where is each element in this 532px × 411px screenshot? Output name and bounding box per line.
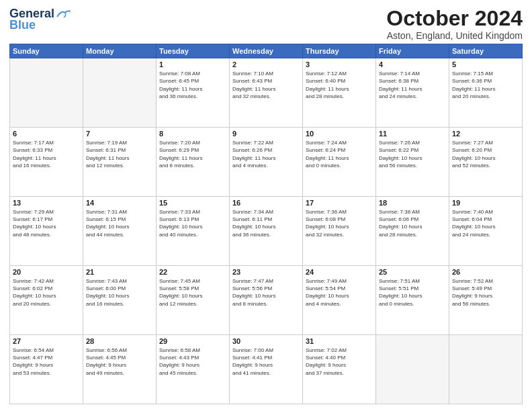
- day-info: Sunrise: 7:22 AM Sunset: 6:26 PM Dayligh…: [232, 139, 300, 169]
- day-info: Sunrise: 7:36 AM Sunset: 6:08 PM Dayligh…: [306, 208, 373, 238]
- day-info: Sunrise: 7:17 AM Sunset: 6:33 PM Dayligh…: [13, 139, 80, 169]
- calendar-cell: 25Sunrise: 7:51 AM Sunset: 5:51 PM Dayli…: [376, 266, 449, 335]
- day-info: Sunrise: 7:33 AM Sunset: 6:13 PM Dayligh…: [159, 208, 226, 238]
- calendar-cell: 7Sunrise: 7:19 AM Sunset: 6:31 PM Daylig…: [83, 128, 157, 197]
- week-row-5: 27Sunrise: 6:54 AM Sunset: 4:47 PM Dayli…: [10, 335, 523, 404]
- calendar-cell: 10Sunrise: 7:24 AM Sunset: 6:24 PM Dayli…: [303, 128, 376, 197]
- day-info: Sunrise: 7:52 AM Sunset: 5:49 PM Dayligh…: [452, 277, 519, 308]
- day-header-saturday: Saturday: [449, 44, 523, 58]
- day-info: Sunrise: 7:14 AM Sunset: 6:38 PM Dayligh…: [379, 70, 446, 100]
- day-number: 10: [306, 130, 373, 138]
- day-info: Sunrise: 7:42 AM Sunset: 6:02 PM Dayligh…: [13, 277, 80, 308]
- day-info: Sunrise: 6:54 AM Sunset: 4:47 PM Dayligh…: [13, 347, 80, 377]
- calendar-cell: 21Sunrise: 7:43 AM Sunset: 6:00 PM Dayli…: [83, 266, 157, 335]
- calendar-header-row: SundayMondayTuesdayWednesdayThursdayFrid…: [10, 44, 523, 58]
- calendar-cell: 12Sunrise: 7:27 AM Sunset: 6:20 PM Dayli…: [449, 128, 523, 197]
- day-info: Sunrise: 7:24 AM Sunset: 6:24 PM Dayligh…: [306, 139, 373, 169]
- day-number: 17: [306, 199, 373, 207]
- day-number: 11: [379, 130, 446, 138]
- day-info: Sunrise: 7:29 AM Sunset: 6:17 PM Dayligh…: [13, 208, 80, 238]
- calendar-cell: [449, 335, 523, 404]
- day-info: Sunrise: 7:19 AM Sunset: 6:31 PM Dayligh…: [86, 139, 153, 169]
- calendar-cell: 20Sunrise: 7:42 AM Sunset: 6:02 PM Dayli…: [10, 266, 83, 335]
- day-info: Sunrise: 7:00 AM Sunset: 4:41 PM Dayligh…: [232, 347, 300, 377]
- day-number: 13: [13, 199, 80, 207]
- title-block: October 2024 Aston, England, United King…: [386, 7, 523, 41]
- day-info: Sunrise: 7:38 AM Sunset: 6:06 PM Dayligh…: [379, 208, 446, 238]
- day-number: 1: [159, 60, 226, 68]
- day-info: Sunrise: 7:43 AM Sunset: 6:00 PM Dayligh…: [86, 277, 153, 308]
- calendar-cell: [376, 335, 449, 404]
- week-row-4: 20Sunrise: 7:42 AM Sunset: 6:02 PM Dayli…: [10, 266, 523, 335]
- calendar-cell: 16Sunrise: 7:34 AM Sunset: 6:11 PM Dayli…: [230, 197, 303, 266]
- calendar-cell: 9Sunrise: 7:22 AM Sunset: 6:26 PM Daylig…: [230, 128, 303, 197]
- calendar-cell: 5Sunrise: 7:15 AM Sunset: 6:36 PM Daylig…: [449, 58, 523, 128]
- calendar-cell: [83, 58, 157, 128]
- calendar-cell: 2Sunrise: 7:10 AM Sunset: 6:43 PM Daylig…: [230, 58, 303, 128]
- calendar-cell: 17Sunrise: 7:36 AM Sunset: 6:08 PM Dayli…: [303, 197, 376, 266]
- calendar-cell: [10, 58, 83, 128]
- day-info: Sunrise: 7:12 AM Sunset: 6:40 PM Dayligh…: [306, 70, 373, 100]
- calendar-cell: 13Sunrise: 7:29 AM Sunset: 6:17 PM Dayli…: [10, 197, 83, 266]
- week-row-2: 6Sunrise: 7:17 AM Sunset: 6:33 PM Daylig…: [10, 128, 523, 197]
- calendar-cell: 8Sunrise: 7:20 AM Sunset: 6:29 PM Daylig…: [157, 128, 230, 197]
- day-number: 26: [452, 268, 519, 276]
- day-number: 27: [13, 337, 80, 345]
- day-info: Sunrise: 7:10 AM Sunset: 6:43 PM Dayligh…: [232, 70, 300, 100]
- day-number: 30: [232, 337, 300, 345]
- day-number: 24: [306, 268, 373, 276]
- calendar-cell: 14Sunrise: 7:31 AM Sunset: 6:15 PM Dayli…: [83, 197, 157, 266]
- day-info: Sunrise: 7:49 AM Sunset: 5:54 PM Dayligh…: [306, 277, 373, 308]
- header: General Blue October 2024 Aston, England…: [9, 7, 523, 41]
- day-number: 7: [86, 130, 153, 138]
- day-info: Sunrise: 7:47 AM Sunset: 5:56 PM Dayligh…: [232, 277, 300, 308]
- day-info: Sunrise: 7:02 AM Sunset: 4:40 PM Dayligh…: [306, 347, 373, 377]
- day-info: Sunrise: 6:56 AM Sunset: 4:45 PM Dayligh…: [86, 347, 153, 377]
- month-title: October 2024: [386, 7, 523, 30]
- day-number: 21: [86, 268, 153, 276]
- day-header-friday: Friday: [376, 44, 449, 58]
- week-row-3: 13Sunrise: 7:29 AM Sunset: 6:17 PM Dayli…: [10, 197, 523, 266]
- day-info: Sunrise: 7:08 AM Sunset: 6:45 PM Dayligh…: [159, 70, 226, 100]
- calendar-cell: 6Sunrise: 7:17 AM Sunset: 6:33 PM Daylig…: [10, 128, 83, 197]
- calendar-cell: 11Sunrise: 7:26 AM Sunset: 6:22 PM Dayli…: [376, 128, 449, 197]
- calendar-cell: 1Sunrise: 7:08 AM Sunset: 6:45 PM Daylig…: [157, 58, 230, 128]
- week-row-1: 1Sunrise: 7:08 AM Sunset: 6:45 PM Daylig…: [10, 58, 523, 128]
- calendar: SundayMondayTuesdayWednesdayThursdayFrid…: [9, 44, 523, 404]
- day-number: 31: [306, 337, 373, 345]
- day-number: 5: [452, 60, 519, 68]
- day-info: Sunrise: 7:51 AM Sunset: 5:51 PM Dayligh…: [379, 277, 446, 308]
- logo-bird-icon: [56, 9, 71, 19]
- day-info: Sunrise: 7:40 AM Sunset: 6:04 PM Dayligh…: [452, 208, 519, 238]
- day-number: 6: [13, 130, 80, 138]
- calendar-cell: 29Sunrise: 6:58 AM Sunset: 4:43 PM Dayli…: [157, 335, 230, 404]
- day-number: 15: [159, 199, 226, 207]
- calendar-cell: 24Sunrise: 7:49 AM Sunset: 5:54 PM Dayli…: [303, 266, 376, 335]
- day-info: Sunrise: 6:58 AM Sunset: 4:43 PM Dayligh…: [159, 347, 226, 377]
- calendar-cell: 22Sunrise: 7:45 AM Sunset: 5:58 PM Dayli…: [157, 266, 230, 335]
- day-header-wednesday: Wednesday: [230, 44, 303, 58]
- day-number: 25: [379, 268, 446, 276]
- day-number: 2: [232, 60, 300, 68]
- calendar-cell: 15Sunrise: 7:33 AM Sunset: 6:13 PM Dayli…: [157, 197, 230, 266]
- day-number: 14: [86, 199, 153, 207]
- day-number: 20: [13, 268, 80, 276]
- day-number: 29: [159, 337, 226, 345]
- calendar-cell: 28Sunrise: 6:56 AM Sunset: 4:45 PM Dayli…: [83, 335, 157, 404]
- calendar-cell: 3Sunrise: 7:12 AM Sunset: 6:40 PM Daylig…: [303, 58, 376, 128]
- day-info: Sunrise: 7:26 AM Sunset: 6:22 PM Dayligh…: [379, 139, 446, 169]
- calendar-cell: 31Sunrise: 7:02 AM Sunset: 4:40 PM Dayli…: [303, 335, 376, 404]
- day-number: 28: [86, 337, 153, 345]
- calendar-cell: 26Sunrise: 7:52 AM Sunset: 5:49 PM Dayli…: [449, 266, 523, 335]
- day-info: Sunrise: 7:45 AM Sunset: 5:58 PM Dayligh…: [159, 277, 226, 308]
- day-number: 8: [159, 130, 226, 138]
- day-info: Sunrise: 7:34 AM Sunset: 6:11 PM Dayligh…: [232, 208, 300, 238]
- day-header-sunday: Sunday: [10, 44, 83, 58]
- calendar-cell: 27Sunrise: 6:54 AM Sunset: 4:47 PM Dayli…: [10, 335, 83, 404]
- calendar-cell: 19Sunrise: 7:40 AM Sunset: 6:04 PM Dayli…: [449, 197, 523, 266]
- day-info: Sunrise: 7:20 AM Sunset: 6:29 PM Dayligh…: [159, 139, 226, 169]
- day-number: 4: [379, 60, 446, 68]
- day-number: 12: [452, 130, 519, 138]
- day-number: 18: [379, 199, 446, 207]
- location: Aston, England, United Kingdom: [386, 30, 523, 41]
